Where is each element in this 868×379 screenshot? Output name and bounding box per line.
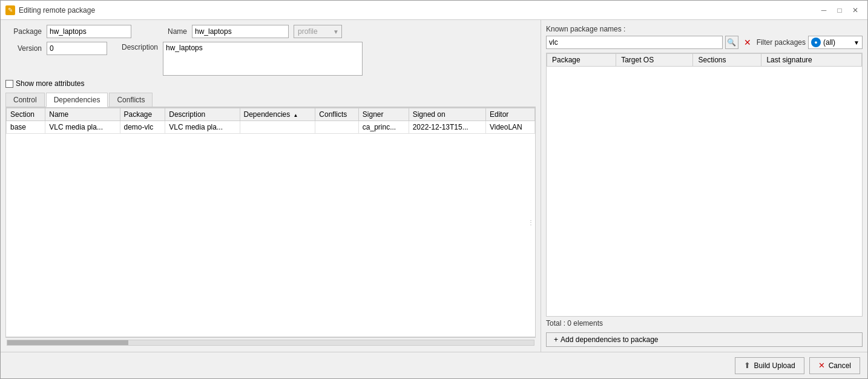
known-packages-label: Known package names : (546, 25, 863, 33)
plus-icon: + (554, 335, 558, 344)
title-bar: ✎ Editing remote package ─ □ ✕ (1, 1, 867, 20)
right-table-container: Package Target OS Sections Last signatur… (546, 53, 863, 317)
add-deps-label: Add dependencies to package (561, 335, 658, 344)
build-upload-button[interactable]: ⬆ Build Upload (735, 357, 804, 374)
sort-arrow-icon: ▲ (294, 113, 298, 118)
cell-editor: VideoLAN (485, 121, 534, 134)
description-textarea[interactable]: hw_laptops (163, 42, 363, 76)
build-upload-label: Build Upload (754, 361, 795, 370)
close-icon: ✕ (744, 38, 751, 47)
cell-signed-on: 2022-12-13T15... (409, 121, 485, 134)
filter-value: (all) (823, 38, 835, 47)
search-icon: 🔍 (727, 38, 736, 47)
table-row[interactable]: base VLC media pla... demo-vlc VLC media… (7, 121, 535, 134)
col-description[interactable]: Description (165, 108, 240, 121)
tab-control[interactable]: Control (5, 93, 45, 107)
profile-placeholder: profile (298, 27, 318, 36)
tab-dependencies[interactable]: Dependencies (46, 93, 108, 107)
minimize-button[interactable]: ─ (817, 4, 831, 16)
right-col-sections[interactable]: Sections (693, 54, 761, 67)
right-col-package[interactable]: Package (547, 54, 616, 67)
clear-search-button[interactable]: ✕ (741, 36, 754, 49)
close-button[interactable]: ✕ (848, 4, 863, 16)
right-col-last-signature[interactable]: Last signature (761, 54, 862, 67)
filter-packages-label: Filter packages (757, 38, 806, 47)
add-dependencies-button[interactable]: + Add dependencies to package (546, 332, 863, 347)
cell-conflicts (315, 121, 359, 134)
cancel-icon: ✕ (818, 361, 825, 370)
right-panel: Known package names : 🔍 ✕ Filter package… (541, 20, 867, 352)
right-table: Package Target OS Sections Last signatur… (547, 53, 862, 67)
search-row: 🔍 ✕ Filter packages ● (all) ▼ (546, 36, 863, 49)
window-icon: ✎ (5, 5, 15, 15)
dependencies-table-container: Section Name Package Description Depende… (5, 107, 536, 337)
cell-name: VLC media pla... (45, 121, 120, 134)
tab-conflicts[interactable]: Conflicts (109, 93, 153, 107)
name-input[interactable] (192, 25, 289, 38)
maximize-button[interactable]: □ (832, 4, 847, 16)
cell-signer: ca_princ... (358, 121, 409, 134)
scroll-thumb (7, 340, 128, 345)
col-signer[interactable]: Signer (358, 108, 409, 121)
col-section[interactable]: Section (7, 108, 45, 121)
col-conflicts[interactable]: Conflicts (315, 108, 359, 121)
cell-description: VLC media pla... (165, 121, 240, 134)
profile-dropdown[interactable]: profile ▼ (294, 25, 342, 38)
col-dependencies[interactable]: Dependencies ▲ (240, 108, 315, 121)
package-label: Package (5, 27, 42, 36)
cancel-button[interactable]: ✕ Cancel (809, 357, 860, 374)
show-more-label: Show more attributes (16, 79, 84, 88)
search-input[interactable] (546, 36, 723, 49)
col-editor[interactable]: Editor (485, 108, 534, 121)
scrollbar-dots: ⋮ (528, 219, 534, 226)
name-label: Name (151, 27, 187, 36)
dependencies-table: Section Name Package Description Depende… (6, 108, 535, 134)
cell-dependencies (240, 121, 315, 134)
package-name-row: Package Name profile ▼ (5, 25, 536, 38)
window-title: Editing remote package (19, 6, 95, 15)
upload-icon: ⬆ (744, 361, 751, 370)
cancel-label: Cancel (829, 361, 851, 370)
show-more-checkbox[interactable] (5, 80, 13, 88)
bottom-bar: ⬆ Build Upload ✕ Cancel (1, 352, 867, 378)
search-button[interactable]: 🔍 (725, 36, 738, 49)
show-more-row: Show more attributes (5, 79, 536, 88)
version-label: Version (5, 44, 42, 53)
filter-globe-icon: ● (811, 38, 821, 47)
col-signed-on[interactable]: Signed on (409, 108, 485, 121)
col-package[interactable]: Package (120, 108, 165, 121)
total-elements-label: Total : 0 elements (546, 317, 863, 330)
description-label: Description (122, 42, 158, 51)
chevron-down-icon: ▼ (853, 39, 860, 46)
version-input[interactable] (47, 42, 107, 55)
scroll-track (7, 340, 534, 346)
tabs-container: Control Dependencies Conflicts (5, 93, 536, 107)
cell-section: base (7, 121, 45, 134)
right-col-target-os[interactable]: Target OS (616, 54, 693, 67)
horizontal-scrollbar[interactable] (5, 337, 536, 347)
left-panel: Package Name profile ▼ Version Descripti… (1, 20, 541, 352)
col-name[interactable]: Name (45, 108, 120, 121)
filter-dropdown[interactable]: ● (all) ▼ (808, 36, 863, 49)
cell-package: demo-vlc (120, 121, 165, 134)
package-input[interactable] (47, 25, 131, 38)
